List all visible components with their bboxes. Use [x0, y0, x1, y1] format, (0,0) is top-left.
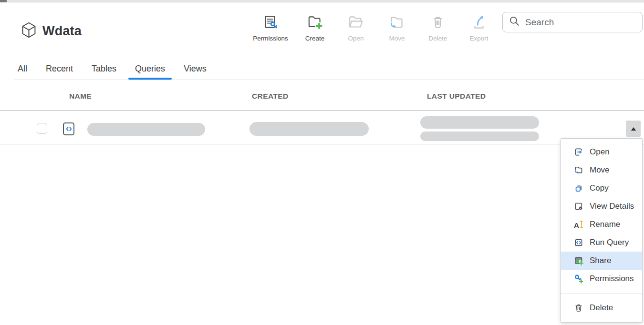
menu-item-label: Permissions	[590, 274, 634, 284]
menu-item-label: View Details	[590, 202, 634, 211]
key-plus-icon	[574, 274, 583, 284]
folder-plus-icon	[306, 14, 323, 33]
tab-recent[interactable]: Recent	[46, 64, 73, 80]
search-icon	[509, 16, 520, 29]
menu-item-delete[interactable]: Delete	[561, 299, 642, 317]
app-brand: Wdata	[21, 22, 82, 40]
chevron-up-icon	[631, 127, 636, 131]
menu-item-rename[interactable]: A Rename	[561, 215, 642, 234]
column-header-created[interactable]: CREATED	[252, 92, 289, 101]
menu-item-label: Share	[590, 256, 611, 265]
menu-item-label: Move	[590, 165, 610, 175]
toolbar-open-label: Open	[348, 35, 364, 42]
share-icon	[574, 256, 583, 265]
toolbar-permissions-button[interactable]: Permissions	[249, 14, 292, 42]
tab-queries[interactable]: Queries	[135, 64, 165, 80]
toolbar-create-label: Create	[305, 35, 325, 42]
search-box	[502, 12, 643, 32]
toolbar-export-button[interactable]: Export	[461, 14, 497, 42]
menu-divider	[561, 294, 642, 294]
toolbar-move-button[interactable]: Move	[379, 14, 415, 42]
view-details-icon	[574, 202, 583, 211]
move-icon	[574, 165, 583, 175]
folder-move-icon	[388, 14, 405, 33]
table-row	[0, 111, 644, 144]
menu-item-permissions[interactable]: Permissions	[561, 270, 642, 288]
row-actions-menu: Open Move Copy	[561, 138, 643, 323]
code-brackets-icon	[63, 122, 74, 135]
tab-tables[interactable]: Tables	[92, 64, 116, 80]
trash-icon	[429, 14, 447, 33]
menu-item-share[interactable]: Share	[561, 252, 642, 270]
menu-item-label: Run Query	[590, 238, 629, 247]
toolbar-export-label: Export	[469, 35, 488, 42]
tab-bar: All Recent Tables Queries Views	[18, 64, 207, 80]
column-header-name[interactable]: NAME	[69, 92, 92, 101]
created-cell-skeleton	[249, 122, 369, 136]
toolbar-create-button[interactable]: Create	[297, 14, 333, 42]
toolbar-delete-label: Delete	[428, 35, 447, 42]
menu-item-run-query[interactable]: Run Query	[561, 234, 642, 252]
row-select-checkbox[interactable]	[37, 123, 47, 134]
menu-item-label: Open	[590, 147, 610, 157]
menu-item-label: Copy	[590, 183, 609, 193]
name-cell-skeleton	[87, 123, 205, 136]
menu-item-label: Rename	[590, 220, 620, 229]
menu-item-label: Delete	[590, 303, 613, 313]
copy-icon	[574, 183, 583, 193]
last-updated-cell-skeleton	[420, 116, 539, 129]
wdata-screen: Wdata Permissions Crea	[0, 0, 644, 325]
toolbar-delete-button[interactable]: Delete	[420, 14, 456, 42]
trash-icon	[574, 303, 583, 313]
menu-item-move[interactable]: Move	[561, 161, 642, 179]
top-strip	[0, 0, 644, 2]
top-strip-corner	[0, 0, 7, 2]
toolbar-open-button[interactable]: Open	[338, 14, 374, 42]
rename-icon: A	[574, 220, 583, 229]
row-actions-toggle-button[interactable]	[626, 121, 641, 137]
menu-item-open[interactable]: Open	[561, 143, 642, 161]
tab-all[interactable]: All	[18, 64, 27, 80]
toolbar-permissions-label: Permissions	[253, 35, 288, 42]
folder-open-icon	[347, 14, 364, 33]
table-header: NAME CREATED LAST UPDATED	[0, 80, 644, 111]
run-query-icon	[574, 238, 583, 247]
cube-icon	[21, 22, 36, 40]
open-icon	[574, 147, 583, 157]
menu-item-view-details[interactable]: View Details	[561, 197, 642, 215]
search-input[interactable]	[525, 17, 642, 28]
last-updated-cell-skeleton-2	[420, 132, 539, 141]
toolbar: Permissions Create Open	[249, 14, 497, 42]
tab-views[interactable]: Views	[184, 64, 207, 80]
document-key-icon	[262, 14, 279, 33]
menu-item-copy[interactable]: Copy	[561, 179, 642, 197]
toolbar-move-label: Move	[389, 35, 405, 42]
column-header-last-updated[interactable]: LAST UPDATED	[427, 92, 486, 101]
export-arrow-icon	[470, 14, 488, 33]
page-title: Wdata	[42, 24, 82, 39]
